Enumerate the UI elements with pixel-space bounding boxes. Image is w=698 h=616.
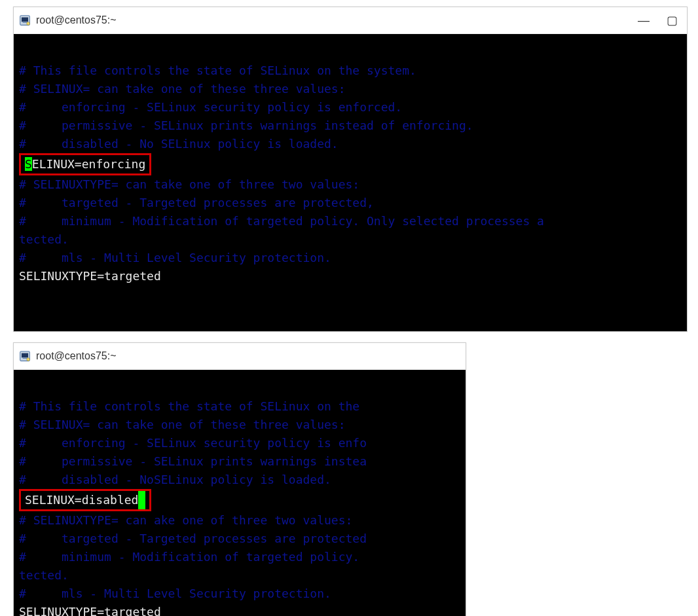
comment-line: # minimum - Modification of targeted pol…	[19, 550, 367, 564]
comment-line: # mls - Multi Level Security protection.	[19, 251, 331, 264]
comment-line: # minimum - Modification of targeted pol…	[19, 214, 544, 228]
svg-point-2	[27, 22, 30, 26]
comment-line: # enforcing - SELinux security policy is…	[19, 100, 402, 114]
comment-line: # SELINUX= can take one of these three v…	[19, 82, 346, 96]
comment-line: # targeted - Targeted processes are prot…	[19, 532, 367, 545]
window-controls: — ▢	[638, 14, 682, 26]
comment-line: # mls - Multi Level Security protection.	[19, 587, 331, 600]
comment-line: # permissive - SELinux prints warnings i…	[19, 454, 367, 468]
app-icon	[19, 14, 31, 26]
window-title: root@centos75:~	[36, 350, 117, 362]
svg-rect-1	[22, 18, 28, 22]
cursor	[138, 491, 145, 509]
selinux-setting-highlight: SELINUX=disabled	[19, 489, 151, 511]
comment-line: # SELINUX= can take one of these three v…	[19, 418, 346, 431]
comment-line: # SELINUXTYPE= can ake one of three two …	[19, 513, 352, 527]
maximize-button[interactable]: ▢	[667, 14, 678, 26]
comment-line: # targeted - Targeted processes are prot…	[19, 196, 374, 209]
comment-line: # This file controls the state of SELinu…	[19, 399, 367, 413]
comment-line: # enforcing - SELinux security policy is…	[19, 436, 367, 450]
minimize-button[interactable]: —	[638, 14, 650, 26]
selinuxtype-line: SELINUXTYPE=targeted	[19, 269, 161, 283]
comment-line: # disabled - NoSELinux policy is loaded.	[19, 473, 331, 486]
terminal-window-2: root@centos75:~ # This file controls the…	[13, 342, 466, 616]
terminal-window-1: root@centos75:~ — ▢ # This file controls…	[13, 7, 688, 332]
app-icon	[19, 350, 31, 362]
svg-point-5	[27, 358, 30, 361]
titlebar-2[interactable]: root@centos75:~	[14, 343, 466, 370]
selinuxtype-line: SELINUXTYPE=targeted	[19, 605, 161, 616]
window-title: root@centos75:~	[36, 14, 117, 26]
comment-line: # permissive - SELinux prints warnings i…	[19, 118, 473, 132]
comment-line: # This file controls the state of SELinu…	[19, 63, 416, 77]
selinux-value: SELINUX=disabled	[25, 493, 138, 507]
selinux-setting-highlight: SELINUX=enforcing	[19, 153, 151, 175]
comment-line: # SELINUXTYPE= can take one of three two…	[19, 177, 359, 191]
svg-rect-4	[22, 353, 28, 358]
terminal-body-2[interactable]: # This file controls the state of SELinu…	[14, 370, 466, 616]
titlebar-1[interactable]: root@centos75:~ — ▢	[14, 7, 687, 34]
comment-line: tected.	[19, 232, 69, 246]
terminal-body-1[interactable]: # This file controls the state of SELinu…	[14, 34, 687, 331]
comment-line: tected.	[19, 568, 69, 582]
cursor: S	[25, 157, 32, 171]
comment-line: # disabled - No SELinux policy is loaded…	[19, 137, 339, 151]
selinux-value: ELINUX=enforcing	[32, 157, 145, 171]
